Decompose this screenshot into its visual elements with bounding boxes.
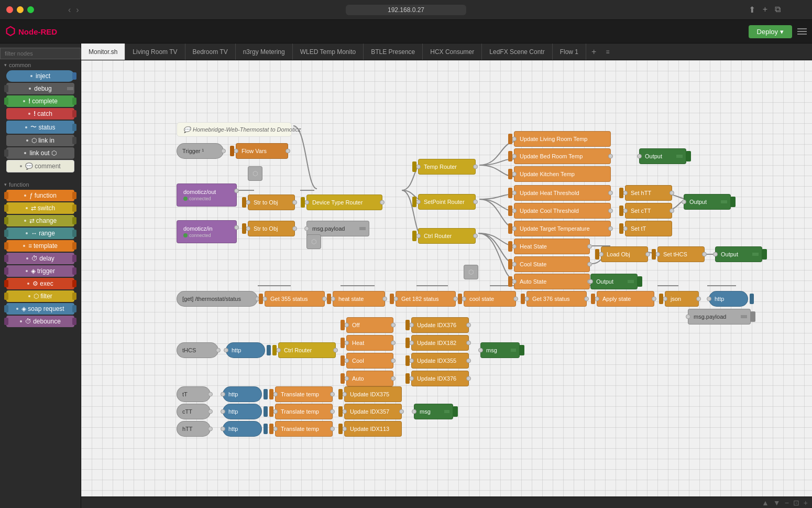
node-load-obj[interactable]: Load Obj — [601, 246, 648, 262]
tab-hcx[interactable]: HCX Consumer — [423, 44, 482, 60]
node-translate-temp-2[interactable]: Translate temp — [275, 404, 333, 419]
node-http-5[interactable]: http — [223, 421, 262, 437]
node-set-ctt[interactable]: Set cTT — [625, 203, 672, 219]
sidebar-item-filter[interactable]: ⬡ filter — [6, 290, 74, 302]
tab-wled[interactable]: WLED Temp Monito — [293, 44, 364, 60]
node-heat-state-fn[interactable]: heat state — [333, 291, 385, 307]
node-msg-1[interactable]: msg — [480, 342, 520, 358]
node-comment[interactable]: 💬 Homebridge-Web-Thermostat to Domoticz — [177, 122, 292, 137]
node-update-idx357[interactable]: Update IDX357 — [344, 404, 402, 419]
node-update-idx113[interactable]: Update IDX113 — [344, 421, 402, 437]
node-device-type-router[interactable]: Device Type Router — [306, 194, 382, 210]
scroll-down-icon[interactable]: ▼ — [773, 499, 781, 507]
node-msg-2[interactable]: msg — [414, 404, 453, 419]
node-output-1[interactable]: Output — [639, 148, 686, 164]
node-update-idx355[interactable]: Update IDX355 — [411, 353, 469, 369]
node-apply-state[interactable]: Apply state — [597, 291, 654, 307]
node-update-idx182[interactable]: Update IDX182 — [411, 335, 469, 351]
node-update-bedroom[interactable]: Update Bed Room Temp — [514, 148, 611, 164]
node-set-tt[interactable]: Set tT — [625, 221, 672, 236]
node-update-idx376-2[interactable]: Update IDX376 — [411, 371, 469, 386]
tab-bedroom-tv[interactable]: Bedroom TV — [185, 44, 236, 60]
node-update-idx376-1[interactable]: Update IDX376 — [411, 317, 469, 333]
filter-input[interactable] — [0, 48, 81, 59]
node-http-1[interactable]: http — [709, 291, 748, 307]
sidebar-item-trigger[interactable]: ◈ trigger — [6, 265, 74, 277]
sidebar-item-template[interactable]: ≡ template — [6, 240, 74, 252]
add-tab-button[interactable]: + — [586, 44, 601, 60]
tab-flow1[interactable]: Flow 1 — [553, 44, 586, 60]
common-section-label[interactable]: ▾ common — [4, 62, 76, 68]
add-tab-icon[interactable]: + — [763, 5, 767, 15]
sidebar-item-debug[interactable]: debug — [6, 83, 74, 94]
node-trigger1[interactable]: Trigger ¹ — [177, 143, 224, 159]
node-set-thcs[interactable]: Set tHCS — [657, 246, 705, 262]
node-json[interactable]: json — [665, 291, 699, 307]
node-auto-state[interactable]: Auto State — [514, 274, 590, 289]
node-str-to-obj-1[interactable]: Str to Obj — [248, 194, 295, 210]
node-set-htt[interactable]: Set hTT — [625, 185, 672, 201]
node-str-to-obj-2[interactable]: Str to Obj — [248, 221, 295, 236]
sidebar-item-change[interactable]: ⇄ change — [6, 215, 74, 226]
node-domoticz-in[interactable]: domoticz/in connected — [177, 220, 237, 243]
node-output-2[interactable]: Output — [684, 194, 731, 210]
node-temp-router[interactable]: Temp Router — [418, 159, 476, 175]
node-http-2[interactable]: http — [226, 342, 265, 358]
sidebar-item-comment[interactable]: 💬 comment — [6, 160, 74, 172]
node-heat[interactable]: Heat — [346, 335, 393, 351]
node-passthrough-2[interactable]: ⬡ — [306, 234, 321, 249]
node-htt[interactable]: hTT — [177, 421, 211, 437]
sidebar-item-complete[interactable]: ! complete — [6, 95, 74, 107]
node-cool-state-fn[interactable]: cool state — [464, 291, 516, 307]
tab-ledfx[interactable]: LedFX Scene Contr — [482, 44, 552, 60]
node-flow-vars[interactable]: Flow Vars — [236, 143, 288, 159]
node-update-kitchen[interactable]: Update Kitchen Temp — [514, 166, 611, 182]
node-heat-state[interactable]: Heat State — [514, 239, 590, 254]
sidebar-item-catch[interactable]: ! catch — [6, 108, 74, 120]
node-update-cool-threshold[interactable]: Update Cool Threshold — [514, 203, 611, 219]
url-bar[interactable]: 192.168.0.27 — [346, 5, 466, 15]
zoom-out-icon[interactable]: − — [785, 499, 789, 507]
forward-icon[interactable]: › — [76, 5, 79, 15]
node-get-thermostat-status[interactable]: [get] /thermostat/status — [177, 291, 258, 307]
node-ctrl-router-1[interactable]: Ctrl Router — [418, 228, 476, 244]
sidebar-item-inject[interactable]: inject — [6, 70, 74, 82]
sidebar-item-link-out[interactable]: link out ⬡ — [6, 147, 74, 159]
node-output-3[interactable]: Output — [715, 246, 762, 262]
node-update-living-room[interactable]: Update Living Room Temp — [514, 131, 611, 147]
minimize-button[interactable] — [17, 6, 24, 13]
tab-monitor-sh[interactable]: Monitor.sh — [81, 44, 125, 60]
node-off[interactable]: Off — [346, 317, 393, 333]
node-update-idx375[interactable]: Update IDX375 — [344, 386, 402, 402]
tab-list-button[interactable]: ≡ — [601, 44, 613, 60]
node-thcs[interactable]: tHCS — [177, 342, 218, 358]
sidebar-item-delay[interactable]: ⏱ delay — [6, 253, 74, 264]
menu-button[interactable] — [797, 28, 807, 35]
tab-btle[interactable]: BTLE Presence — [364, 44, 423, 60]
node-http-4[interactable]: http — [223, 404, 262, 419]
node-get-182-status[interactable]: Get 182 status — [396, 291, 456, 307]
node-http-3[interactable]: http — [223, 386, 262, 402]
zoom-in-icon[interactable]: + — [804, 499, 808, 507]
sidebar-item-function[interactable]: ƒ function — [6, 190, 74, 201]
node-cool[interactable]: Cool — [346, 353, 393, 369]
node-domoticz-out[interactable]: domoticz/out connected — [177, 183, 237, 207]
node-get-376-status[interactable]: Get 376 status — [526, 291, 587, 307]
tab-n3rgy[interactable]: n3rgy Metering — [236, 44, 293, 60]
back-icon[interactable]: ‹ — [68, 5, 71, 15]
node-update-target-temp[interactable]: Update Target Temperature — [514, 221, 611, 236]
tiles-icon[interactable]: ⧉ — [775, 5, 781, 15]
scroll-up-icon[interactable]: ▲ — [762, 499, 769, 507]
node-translate-temp-1[interactable]: Translate temp — [275, 386, 333, 402]
maximize-button[interactable] — [27, 6, 34, 13]
zoom-reset-icon[interactable]: ⊡ — [793, 499, 799, 507]
node-tt[interactable]: tT — [177, 386, 211, 402]
node-setpoint-router[interactable]: SetPoint Router — [418, 194, 476, 210]
node-update-heat-threshold[interactable]: Update Heat Threshold — [514, 185, 611, 201]
sidebar-item-status[interactable]: 〜 status — [6, 121, 74, 134]
close-button[interactable] — [6, 6, 13, 13]
node-output-4[interactable]: Output — [590, 274, 638, 289]
node-ctrl-router-2[interactable]: Ctrl Router — [278, 342, 336, 358]
function-section-label[interactable]: ▾ function — [4, 181, 76, 188]
node-get-355-status[interactable]: Get 355 status — [265, 291, 325, 307]
